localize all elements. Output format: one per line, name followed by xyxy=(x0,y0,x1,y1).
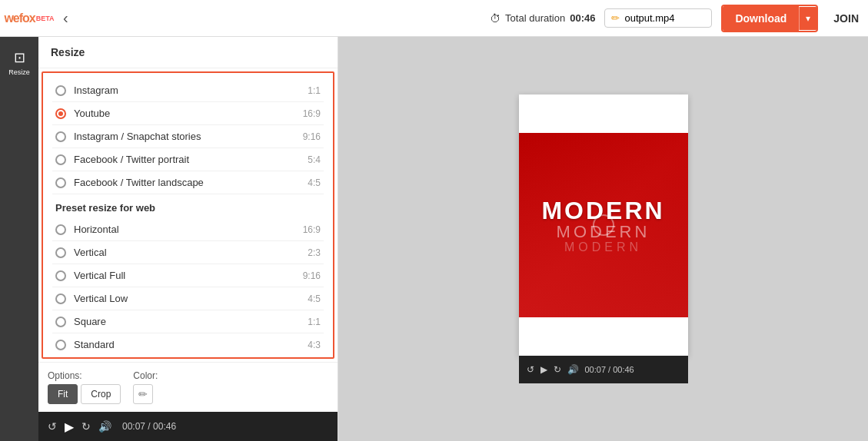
option-horizontal-ratio: 16:9 xyxy=(303,224,321,235)
radio-instagram xyxy=(55,85,66,96)
header: wefox BETA ‹ ⏱ Total duration 00:46 ✏ ou… xyxy=(0,0,868,37)
fit-button[interactable]: Fit xyxy=(48,384,78,404)
option-standard-ratio: 4:3 xyxy=(308,340,321,350)
panel-footer: Options: Fit Crop Color: ✏ xyxy=(38,362,338,412)
resize-options-container: Instagram 1:1 Youtube 16:9 Instagram / S… xyxy=(42,71,334,359)
option-standard-label: Standard xyxy=(74,339,308,350)
sidebar: ⊡ Resize xyxy=(0,37,38,441)
option-vertical-full-label: Vertical Full xyxy=(74,270,303,281)
option-facebook-portrait-ratio: 5:4 xyxy=(308,154,321,165)
option-square-label: Square xyxy=(74,316,308,327)
radio-square xyxy=(55,317,66,327)
option-vertical-label: Vertical xyxy=(74,247,308,258)
back-button[interactable]: ‹ xyxy=(58,9,73,27)
radio-vertical-full xyxy=(55,270,66,281)
option-square-ratio: 1:1 xyxy=(308,317,321,327)
option-instagram-stories[interactable]: Instagram / Snapchat stories 9:16 xyxy=(52,125,324,148)
preview-controls: ↺ ▶ ↻ 🔊 00:07 / 00:46 xyxy=(519,356,688,383)
color-label: Color: xyxy=(133,370,158,381)
join-button[interactable]: JOIN xyxy=(833,12,859,25)
logo: wefox BETA xyxy=(9,8,49,29)
option-instagram[interactable]: Instagram 1:1 xyxy=(52,79,324,102)
modern-subtitle: MODERN xyxy=(541,222,664,242)
filename-text: output.mp4 xyxy=(624,12,674,24)
option-facebook-portrait-label: Facebook / Twitter portrait xyxy=(74,154,308,165)
option-instagram-label: Instagram xyxy=(74,85,308,96)
radio-standard xyxy=(55,340,66,350)
option-instagram-stories-ratio: 9:16 xyxy=(303,131,321,142)
main-area: ⊡ Resize Resize Instagram 1:1 Youtube 16… xyxy=(0,37,868,441)
radio-facebook-landscape xyxy=(55,177,66,188)
option-youtube[interactable]: Youtube 16:9 xyxy=(52,102,324,125)
preview-rewind-button[interactable]: ↺ xyxy=(527,364,534,375)
download-dropdown-button[interactable]: ▾ xyxy=(799,7,816,30)
option-vertical-low-ratio: 4:5 xyxy=(308,293,321,304)
option-youtube-ratio: 16:9 xyxy=(303,108,321,119)
radio-youtube xyxy=(55,108,66,119)
logo-image: wefox BETA xyxy=(9,8,49,29)
clock-icon: ⏱ xyxy=(490,12,501,25)
preview-play-button[interactable]: ▶ xyxy=(540,364,547,375)
panel-title: Resize xyxy=(38,37,338,68)
play-button[interactable]: ▶ xyxy=(65,419,74,434)
options-label: Options: xyxy=(48,370,121,381)
duration-info: ⏱ Total duration 00:46 xyxy=(490,12,595,25)
resize-panel: Resize Instagram 1:1 Youtube 16:9 Instag… xyxy=(38,37,338,441)
option-vertical-full-ratio: 9:16 xyxy=(303,270,321,281)
forward-button[interactable]: ↻ xyxy=(81,420,91,433)
filename-input[interactable]: ✏ output.mp4 xyxy=(604,8,712,28)
option-vertical-ratio: 2:3 xyxy=(308,247,321,258)
color-picker-button[interactable]: ✏ xyxy=(133,384,153,404)
preview-forward-button[interactable]: ↻ xyxy=(554,364,561,375)
radio-vertical-low xyxy=(55,293,66,304)
duration-value: 00:46 xyxy=(570,12,595,24)
rewind-button[interactable]: ↺ xyxy=(48,420,57,433)
panel-bottom-bar: ↺ ▶ ↻ 🔊 00:07 / 00:46 xyxy=(38,412,338,441)
logo-beta: BETA xyxy=(36,15,55,22)
sidebar-item-resize[interactable]: ⊡ Resize xyxy=(0,43,38,82)
time-display: 00:07 / 00:46 xyxy=(122,421,176,432)
volume-button[interactable]: 🔊 xyxy=(98,420,111,433)
option-facebook-landscape[interactable]: Facebook / Twitter landscape 4:5 xyxy=(52,171,324,194)
option-vertical-full[interactable]: Vertical Full 9:16 xyxy=(52,264,324,287)
logo-text: wefox xyxy=(4,12,35,25)
option-facebook-landscape-label: Facebook / Twitter landscape xyxy=(74,177,308,188)
modern-subtitle2: MODERN xyxy=(541,240,664,254)
option-square[interactable]: Square 1:1 xyxy=(52,310,324,333)
option-vertical-low-label: Vertical Low xyxy=(74,293,308,304)
option-standard[interactable]: Standard 4:3 xyxy=(52,333,324,356)
radio-horizontal xyxy=(55,224,66,235)
option-facebook-landscape-ratio: 4:5 xyxy=(308,177,321,188)
preview-time-display: 00:07 / 00:46 xyxy=(585,365,634,374)
option-horizontal[interactable]: Horizontal 16:9 xyxy=(52,218,324,241)
option-instagram-stories-label: Instagram / Snapchat stories xyxy=(74,131,303,142)
options-group: Options: Fit Crop xyxy=(48,370,121,404)
preview-area: MODERN MODERN MODERN ↺ ▶ ↻ 🔊 00:07 / 00:… xyxy=(338,37,868,441)
download-group: Download ▾ xyxy=(721,5,818,32)
radio-vertical xyxy=(55,247,66,258)
radio-facebook-portrait xyxy=(55,154,66,165)
option-vertical-low[interactable]: Vertical Low 4:5 xyxy=(52,287,324,310)
option-youtube-label: Youtube xyxy=(74,108,303,119)
sidebar-resize-label: Resize xyxy=(8,68,30,76)
crop-button[interactable]: Crop xyxy=(81,384,121,404)
fit-crop-group: Fit Crop xyxy=(48,384,121,404)
option-facebook-portrait[interactable]: Facebook / Twitter portrait 5:4 xyxy=(52,148,324,171)
radio-instagram-stories xyxy=(55,131,66,142)
option-instagram-ratio: 1:1 xyxy=(308,85,321,96)
modern-title: MODERN xyxy=(541,197,664,225)
color-group: Color: ✏ xyxy=(133,370,158,404)
web-section-title: Preset resize for web xyxy=(52,194,324,218)
preview-card: MODERN MODERN MODERN xyxy=(519,94,688,356)
preview-container: MODERN MODERN MODERN ↺ ▶ ↻ 🔊 00:07 / 00:… xyxy=(519,94,688,383)
edit-icon: ✏ xyxy=(611,12,620,24)
duration-label: Total duration xyxy=(505,12,565,24)
option-vertical[interactable]: Vertical 2:3 xyxy=(52,241,324,264)
preview-top-space xyxy=(519,94,688,133)
preview-volume-button[interactable]: 🔊 xyxy=(567,364,579,375)
modern-text-overlay: MODERN MODERN MODERN xyxy=(541,197,664,254)
preview-image: MODERN MODERN MODERN xyxy=(519,133,688,317)
download-button[interactable]: Download xyxy=(723,6,799,31)
resize-icon: ⊡ xyxy=(14,49,25,66)
option-horizontal-label: Horizontal xyxy=(74,224,303,235)
